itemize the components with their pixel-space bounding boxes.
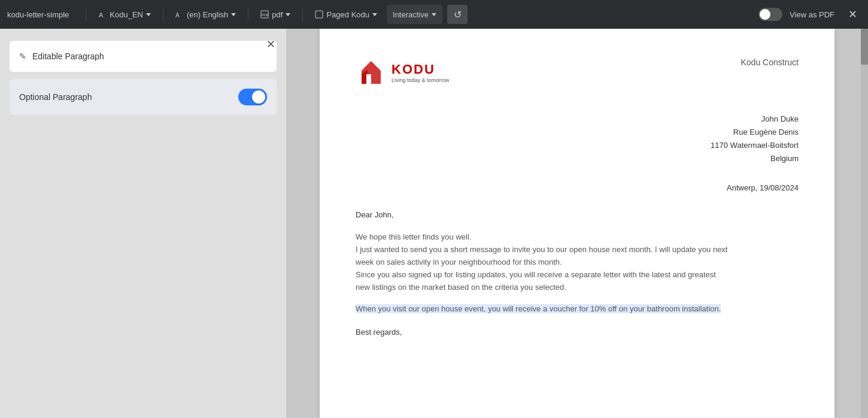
svg-text:PDF: PDF (262, 13, 269, 17)
language-selector[interactable]: A (en) English (171, 8, 241, 22)
letter-salutation: Dear John, (356, 210, 799, 219)
company-logo: KODU Living today & tomorrow (356, 57, 450, 89)
format-selector[interactable]: PDF pdf (256, 8, 295, 22)
view-toggle[interactable] (758, 8, 782, 21)
document-area: KODU Living today & tomorrow Kodu Constr… (286, 29, 868, 418)
mode-selector[interactable]: Interactive (387, 5, 442, 24)
body-line-3: week on sales activity in your neighbour… (356, 258, 562, 266)
main-area: ✕ ✎ Editable Paragraph Optional Paragrap… (0, 29, 868, 418)
mode-chevron-icon (432, 13, 436, 16)
body-line-5: new listings on the market based on the … (356, 283, 566, 292)
letter-date: Antwerp, 19/08/2024 (356, 183, 799, 192)
letter-header: KODU Living today & tomorrow Kodu Constr… (356, 57, 799, 89)
topbar: kodu-letter-simple A Kodu_EN A (en) Engl… (0, 0, 868, 29)
scrollbar-track[interactable] (861, 29, 868, 418)
recipient-name: John Duke (356, 113, 799, 126)
kodu-brand-name: KODU (391, 63, 450, 76)
editable-paragraph-label: Editable Paragraph (32, 52, 104, 61)
separator-2 (163, 7, 163, 22)
panel-close-button[interactable]: ✕ (262, 36, 279, 53)
optional-paragraph-item: Optional Paragraph (10, 79, 277, 115)
kodu-logo-text: KODU Living today & tomorrow (391, 63, 450, 83)
font-selector[interactable]: A Kodu_EN (93, 8, 156, 22)
font-label: Kodu_EN (110, 10, 143, 19)
kodu-tagline: Living today & tomorrow (391, 77, 450, 83)
renderer-selector[interactable]: Paged Kodu (310, 8, 382, 22)
reset-icon: ↺ (454, 9, 462, 20)
letter-page: KODU Living today & tomorrow Kodu Constr… (320, 29, 834, 418)
recipient-city: 1170 Watermael-Boitsfort (356, 139, 799, 152)
pdf-icon: PDF (260, 10, 269, 19)
view-as-pdf-label: View as PDF (790, 10, 834, 19)
kodu-logo-icon (356, 57, 387, 89)
body-line-2: I just wanted to send you a short messag… (356, 245, 728, 254)
font-icon: A (98, 10, 107, 19)
letter-closing: Best regards, (356, 328, 799, 337)
panel-close-icon: ✕ (266, 38, 275, 51)
letter-body-main: We hope this letter finds you well. I ju… (356, 231, 799, 293)
renderer-chevron-icon (372, 13, 377, 16)
optional-paragraph-toggle[interactable] (238, 89, 267, 105)
mode-label: Interactive (393, 10, 429, 19)
svg-rect-8 (366, 74, 371, 84)
body-line-1: We hope this letter finds you well. (356, 232, 471, 241)
optional-text: When you visit our open house event, you… (356, 304, 721, 313)
lang-label: (en) English (187, 10, 228, 19)
company-name: Kodu Construct (741, 57, 799, 67)
svg-text:A: A (175, 12, 180, 19)
font-chevron-icon (146, 13, 151, 16)
recipient-block: John Duke Rue Eugène Denis 1170 Watermae… (356, 113, 799, 165)
editable-paragraph-item[interactable]: ✎ Editable Paragraph (10, 41, 277, 72)
format-chevron-icon (286, 13, 290, 16)
edit-icon: ✎ (19, 52, 26, 61)
reset-button[interactable]: ↺ (447, 5, 468, 24)
svg-text:A: A (99, 11, 104, 19)
view-toggle-area: View as PDF (758, 8, 834, 21)
optional-paragraph-content: When you visit our open house event, you… (356, 303, 799, 316)
separator-1 (86, 7, 86, 22)
topbar-close-button[interactable]: ✕ (844, 6, 861, 23)
renderer-label: Paged Kodu (326, 10, 369, 19)
svg-marker-7 (364, 61, 371, 68)
lang-chevron-icon (231, 13, 236, 16)
recipient-street: Rue Eugène Denis (356, 126, 799, 139)
lang-icon: A (175, 10, 184, 19)
renderer-icon (315, 10, 323, 19)
recipient-country: Belgium (356, 152, 799, 165)
separator-4 (302, 7, 303, 22)
svg-rect-4 (315, 11, 323, 18)
topbar-close-icon: ✕ (848, 8, 857, 21)
optional-paragraph-label: Optional Paragraph (19, 92, 92, 102)
body-line-4: Since you also signed up for listing upd… (356, 270, 716, 279)
scrollbar-thumb[interactable] (861, 29, 868, 65)
left-panel: ✕ ✎ Editable Paragraph Optional Paragrap… (0, 29, 286, 418)
separator-3 (248, 7, 248, 22)
date-block: Antwerp, 19/08/2024 (356, 183, 799, 192)
app-title: kodu-letter-simple (7, 10, 69, 19)
format-label: pdf (272, 10, 283, 19)
